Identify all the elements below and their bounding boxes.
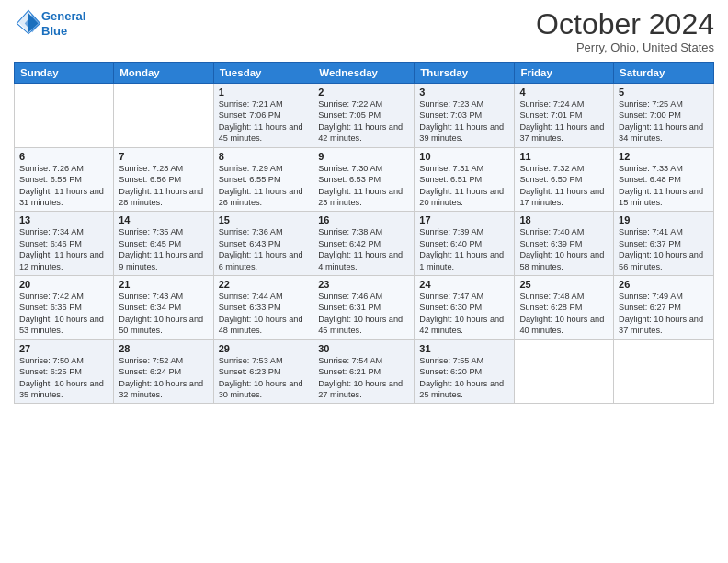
day-cell: 5Sunrise: 7:25 AMSunset: 7:00 PMDaylight…	[614, 84, 714, 148]
day-number: 7	[119, 151, 208, 162]
day-number: 19	[619, 214, 709, 225]
day-info: Sunrise: 7:39 AMSunset: 6:40 PMDaylight:…	[419, 226, 509, 272]
day-cell: 3Sunrise: 7:23 AMSunset: 7:03 PMDaylight…	[415, 84, 515, 148]
day-cell	[614, 339, 714, 404]
day-info: Sunrise: 7:24 AMSunset: 7:01 PMDaylight:…	[519, 98, 609, 144]
col-header-wednesday: Wednesday	[313, 63, 415, 84]
week-row-5: 27Sunrise: 7:50 AMSunset: 6:25 PMDayligh…	[15, 339, 714, 404]
day-info: Sunrise: 7:44 AMSunset: 6:33 PMDaylight:…	[219, 291, 309, 337]
day-info: Sunrise: 7:22 AMSunset: 7:05 PMDaylight:…	[318, 98, 409, 144]
day-cell	[15, 84, 114, 148]
col-header-friday: Friday	[515, 63, 614, 84]
day-cell: 10Sunrise: 7:31 AMSunset: 6:51 PMDayligh…	[415, 147, 515, 212]
day-info: Sunrise: 7:23 AMSunset: 7:03 PMDaylight:…	[419, 98, 509, 144]
day-number: 18	[519, 214, 609, 225]
day-cell: 26Sunrise: 7:49 AMSunset: 6:27 PMDayligh…	[614, 276, 714, 340]
day-number: 11	[519, 151, 609, 162]
day-number: 1	[219, 86, 309, 98]
day-number: 30	[318, 343, 409, 354]
day-info: Sunrise: 7:41 AMSunset: 6:37 PMDaylight:…	[619, 226, 709, 272]
day-info: Sunrise: 7:35 AMSunset: 6:45 PMDaylight:…	[119, 226, 208, 272]
day-number: 28	[119, 343, 208, 354]
day-info: Sunrise: 7:21 AMSunset: 7:06 PMDaylight:…	[219, 98, 309, 144]
day-info: Sunrise: 7:55 AMSunset: 6:20 PMDaylight:…	[419, 355, 509, 401]
day-cell: 8Sunrise: 7:29 AMSunset: 6:55 PMDaylight…	[213, 147, 313, 212]
col-header-sunday: Sunday	[15, 63, 114, 84]
day-cell: 27Sunrise: 7:50 AMSunset: 6:25 PMDayligh…	[15, 339, 114, 404]
day-number: 8	[219, 151, 309, 162]
title-block: October 2024 Perry, Ohio, United States	[536, 9, 714, 54]
day-cell: 31Sunrise: 7:55 AMSunset: 6:20 PMDayligh…	[415, 339, 515, 404]
day-number: 9	[318, 151, 409, 162]
week-row-4: 20Sunrise: 7:42 AMSunset: 6:36 PMDayligh…	[15, 276, 714, 340]
day-number: 25	[519, 279, 609, 290]
day-info: Sunrise: 7:50 AMSunset: 6:25 PMDaylight:…	[19, 355, 108, 401]
day-cell: 30Sunrise: 7:54 AMSunset: 6:21 PMDayligh…	[313, 339, 415, 404]
col-header-monday: Monday	[114, 63, 213, 84]
day-number: 21	[119, 279, 208, 290]
day-number: 20	[19, 279, 108, 290]
day-number: 3	[419, 86, 509, 98]
day-cell: 29Sunrise: 7:53 AMSunset: 6:23 PMDayligh…	[213, 339, 313, 404]
day-info: Sunrise: 7:36 AMSunset: 6:43 PMDaylight:…	[219, 226, 309, 272]
day-number: 4	[519, 86, 609, 98]
day-number: 17	[419, 214, 509, 225]
day-number: 31	[419, 343, 509, 354]
week-row-1: 1Sunrise: 7:21 AMSunset: 7:06 PMDaylight…	[15, 84, 714, 148]
logo: General Blue	[14, 9, 85, 39]
logo-icon	[16, 9, 41, 35]
col-header-saturday: Saturday	[614, 63, 714, 84]
day-info: Sunrise: 7:48 AMSunset: 6:28 PMDaylight:…	[519, 291, 609, 337]
calendar-header-row: SundayMondayTuesdayWednesdayThursdayFrid…	[15, 63, 714, 84]
col-header-thursday: Thursday	[415, 63, 515, 84]
day-cell: 19Sunrise: 7:41 AMSunset: 6:37 PMDayligh…	[614, 212, 714, 276]
day-info: Sunrise: 7:29 AMSunset: 6:55 PMDaylight:…	[219, 163, 309, 209]
day-cell: 23Sunrise: 7:46 AMSunset: 6:31 PMDayligh…	[313, 276, 415, 340]
day-cell: 13Sunrise: 7:34 AMSunset: 6:46 PMDayligh…	[15, 212, 114, 276]
day-info: Sunrise: 7:34 AMSunset: 6:46 PMDaylight:…	[19, 226, 108, 272]
day-number: 16	[318, 214, 409, 225]
day-number: 12	[619, 151, 709, 162]
logo-general: General	[41, 9, 85, 23]
day-info: Sunrise: 7:49 AMSunset: 6:27 PMDaylight:…	[619, 291, 709, 337]
day-number: 22	[219, 279, 309, 290]
week-row-3: 13Sunrise: 7:34 AMSunset: 6:46 PMDayligh…	[15, 212, 714, 276]
day-cell: 14Sunrise: 7:35 AMSunset: 6:45 PMDayligh…	[114, 212, 213, 276]
day-cell: 16Sunrise: 7:38 AMSunset: 6:42 PMDayligh…	[313, 212, 415, 276]
day-number: 13	[19, 214, 108, 225]
day-number: 27	[19, 343, 108, 354]
day-cell: 22Sunrise: 7:44 AMSunset: 6:33 PMDayligh…	[213, 276, 313, 340]
day-number: 23	[318, 279, 409, 290]
day-number: 29	[219, 343, 309, 354]
day-info: Sunrise: 7:26 AMSunset: 6:58 PMDaylight:…	[19, 163, 108, 209]
day-number: 10	[419, 151, 509, 162]
header: General Blue October 2024 Perry, Ohio, U…	[14, 9, 714, 54]
day-cell: 21Sunrise: 7:43 AMSunset: 6:34 PMDayligh…	[114, 276, 213, 340]
day-cell: 20Sunrise: 7:42 AMSunset: 6:36 PMDayligh…	[15, 276, 114, 340]
logo-text-line2: Blue	[41, 24, 85, 39]
day-number: 15	[219, 214, 309, 225]
day-cell: 18Sunrise: 7:40 AMSunset: 6:39 PMDayligh…	[515, 212, 614, 276]
day-info: Sunrise: 7:53 AMSunset: 6:23 PMDaylight:…	[219, 355, 309, 401]
day-info: Sunrise: 7:28 AMSunset: 6:56 PMDaylight:…	[119, 163, 208, 209]
location: Perry, Ohio, United States	[536, 40, 714, 54]
day-cell: 1Sunrise: 7:21 AMSunset: 7:06 PMDaylight…	[213, 84, 313, 148]
page: General Blue October 2024 Perry, Ohio, U…	[0, 0, 728, 563]
day-cell: 2Sunrise: 7:22 AMSunset: 7:05 PMDaylight…	[313, 84, 415, 148]
logo-text-line1: General	[41, 9, 85, 24]
week-row-2: 6Sunrise: 7:26 AMSunset: 6:58 PMDaylight…	[15, 147, 714, 212]
day-info: Sunrise: 7:40 AMSunset: 6:39 PMDaylight:…	[519, 226, 609, 272]
logo-blue: Blue	[41, 24, 67, 38]
day-info: Sunrise: 7:42 AMSunset: 6:36 PMDaylight:…	[19, 291, 108, 337]
day-cell: 6Sunrise: 7:26 AMSunset: 6:58 PMDaylight…	[15, 147, 114, 212]
day-info: Sunrise: 7:47 AMSunset: 6:30 PMDaylight:…	[419, 291, 509, 337]
day-cell: 7Sunrise: 7:28 AMSunset: 6:56 PMDaylight…	[114, 147, 213, 212]
day-info: Sunrise: 7:52 AMSunset: 6:24 PMDaylight:…	[119, 355, 208, 401]
day-cell	[114, 84, 213, 148]
day-cell: 28Sunrise: 7:52 AMSunset: 6:24 PMDayligh…	[114, 339, 213, 404]
calendar: SundayMondayTuesdayWednesdayThursdayFrid…	[14, 62, 714, 404]
day-cell: 25Sunrise: 7:48 AMSunset: 6:28 PMDayligh…	[515, 276, 614, 340]
day-info: Sunrise: 7:46 AMSunset: 6:31 PMDaylight:…	[318, 291, 409, 337]
day-cell: 24Sunrise: 7:47 AMSunset: 6:30 PMDayligh…	[415, 276, 515, 340]
day-info: Sunrise: 7:38 AMSunset: 6:42 PMDaylight:…	[318, 226, 409, 272]
